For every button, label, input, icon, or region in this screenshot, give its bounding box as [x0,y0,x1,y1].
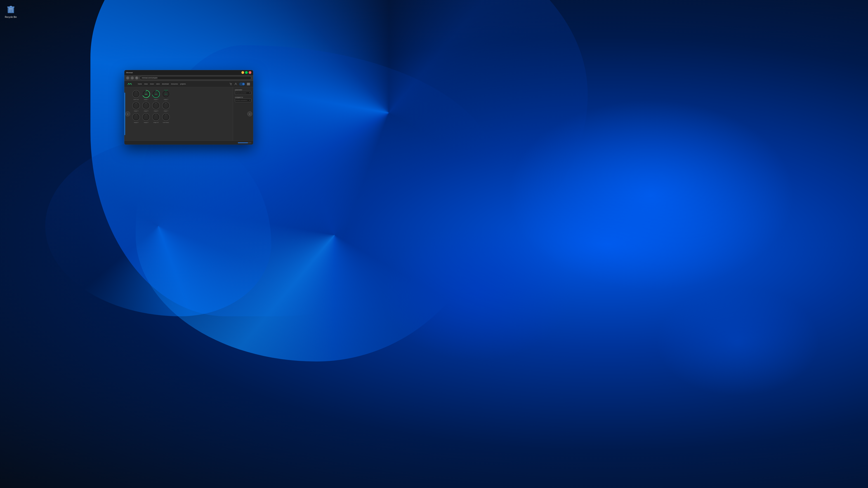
parameter-select[interactable]: choose parameter ▼ [235,91,251,95]
nav-moov[interactable]: moov [150,83,154,85]
address-bar: ‹ › ↻ [124,75,253,81]
svg-point-32 [153,103,159,108]
knob-stage10-label: stage 10 [153,122,158,123]
compare-section: compare to: choose comparison ▼ [235,96,251,102]
svg-point-48 [166,115,166,115]
knob-warmup[interactable]: warm-up [132,90,140,100]
knob-stage6[interactable]: stage 6 [152,101,160,111]
close-button[interactable] [249,71,251,74]
svg-point-26 [133,103,139,108]
parameter-label: parameter: [235,89,251,91]
knob-stage5[interactable]: stage 5 [142,101,150,111]
knob-stage4[interactable]: stage 4 [132,101,140,111]
parameter-section: parameter: choose parameter ▼ [235,89,251,95]
next-arrow[interactable]: › [247,111,252,116]
svg-text:3000: 3000 [145,94,147,95]
knob-stage9[interactable]: stage 9 [142,113,150,123]
svg-point-30 [146,103,147,104]
knob-stage5-label: stage 5 [144,110,148,111]
knob-stage4-label: stage 4 [134,110,138,111]
progress-bar [238,142,251,143]
forward-button[interactable]: › [131,76,134,79]
svg-point-16 [146,92,147,92]
logo-icon [127,83,132,86]
prev-arrow[interactable]: ‹ [125,111,130,116]
svg-text:5200: 5200 [164,94,167,95]
app-main-content: ‹ warm-up [124,87,253,140]
app-logo [127,83,132,86]
svg-point-27 [136,103,136,104]
nav-news[interactable]: news [144,83,148,85]
svg-rect-2 [10,6,12,7]
knob-stage3[interactable]: 5200 stage 3 [162,90,170,100]
progress-bar-fill [238,142,248,143]
nav-download[interactable]: download [162,83,169,85]
knobs-row-1: warm-up 3000 s [132,90,226,100]
svg-point-33 [156,103,156,104]
svg-point-42 [146,115,147,115]
browser-bottom [124,140,253,144]
browser-content: home news moov store download resources … [124,81,253,144]
knob-stage6-label: stage 6 [154,110,158,111]
knob-stage2-label: stage 2 [154,99,158,100]
nav-right [229,83,250,86]
nav-links: home news moov store download resources … [138,83,186,85]
menu-button[interactable] [247,83,250,86]
knob-stage9-label: stage 9 [144,122,148,123]
svg-point-47 [163,114,168,120]
compare-select[interactable]: choose comparison ▼ [235,98,251,102]
knob-stage1[interactable]: 3000 stage 1 [142,90,150,100]
cart-icon[interactable] [229,83,232,86]
reload-button[interactable]: ↻ [135,76,138,79]
svg-point-38 [133,114,139,120]
svg-text:4000: 4000 [155,94,157,95]
theme-dot [242,83,245,85]
knob-stage3-label: stage 3 [164,99,168,100]
knob-stage8[interactable]: stage 8 [132,113,140,123]
knob-warmup-label: warm-up [133,99,138,100]
back-button[interactable]: ‹ [126,76,129,79]
nav-projects[interactable]: projects [180,83,186,85]
knob-stage10[interactable]: stage 10 [152,113,160,123]
browser-titlebar: Minread [124,70,253,75]
parameter-placeholder: choose parameter [236,92,246,94]
svg-point-11 [133,91,139,97]
recycle-bin-icon[interactable]: Recycle Bin [2,2,20,20]
knob-stage7-label: stage 7 [164,110,168,111]
knob-stage1-label: stage 1 [144,99,148,100]
titlebar-controls [241,71,251,74]
knobs-area: warm-up 3000 s [124,87,233,140]
svg-point-41 [143,114,149,120]
maximize-button[interactable] [245,71,248,74]
svg-point-12 [136,92,136,92]
svg-point-20 [156,92,156,92]
knobs-row-2: stage 4 stage 5 [132,101,226,111]
recycle-bin-image [5,4,16,14]
knob-cooldown[interactable]: cool-down [162,113,170,123]
svg-point-35 [163,103,168,108]
minimize-button[interactable] [241,71,244,74]
knobs-row-3: stage 8 stage 9 [132,113,226,123]
svg-point-24 [166,92,166,92]
knob-stage2[interactable]: 4000 stage 2 [152,90,160,100]
recycle-bin-label: Recycle Bin [5,16,17,19]
user-icon[interactable] [234,83,237,86]
titlebar-text: Minread [126,72,240,74]
knob-cooldown-label: cool-down [163,122,169,123]
svg-point-8 [231,85,232,85]
nav-store[interactable]: store [156,83,160,85]
compare-select-arrow: ▼ [249,99,251,101]
nav-home[interactable]: home [138,83,142,85]
svg-point-44 [153,114,159,120]
browser-window: Minread ‹ › ↻ home news [124,70,253,144]
svg-point-29 [143,103,149,108]
theme-toggle[interactable] [239,83,245,86]
address-input[interactable] [140,76,251,80]
compare-placeholder: choose comparison [236,100,247,101]
svg-point-45 [156,115,156,115]
knob-stage8-label: stage 8 [134,122,138,123]
nav-resources[interactable]: resources [171,83,178,85]
app-navbar: home news moov store download resources … [124,81,253,87]
svg-point-7 [230,85,231,85]
knob-stage7[interactable]: stage 7 [162,101,170,111]
